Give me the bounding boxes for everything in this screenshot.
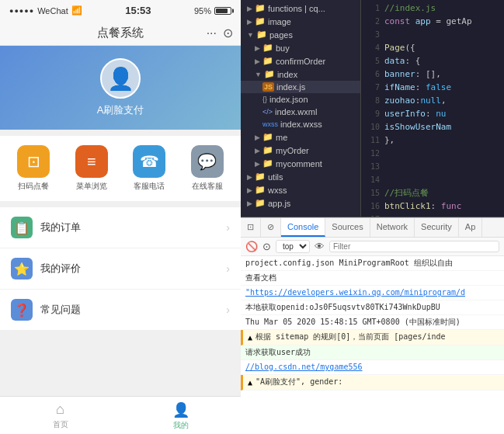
scan-icon[interactable]: ⊙ [223,26,233,40]
faq-label: 常见问题 [40,303,81,317]
code-text-9: userInfo: nu [384,107,446,120]
mobile-panel: ●●●●● WeChat 📶 15:53 95% 点餐系统 ··· ⊙ 👤 A刷… [0,0,241,434]
tree-label-14: utils [268,172,283,182]
tab-home[interactable]: ⌂ 首页 [0,401,120,431]
tree-item-indexwxml[interactable]: </> index.wxml [241,106,360,118]
more-icon[interactable]: ··· [207,26,217,40]
line-num-12: 12 [364,147,380,160]
tree-item-utils[interactable]: ▶ 📁 utils [241,170,360,183]
tab-network[interactable]: Network [370,218,415,237]
app-bar-icons: ··· ⊙ [207,26,233,40]
tree-label-9: index.wxml [275,107,317,116]
chevron-right-icon-3: › [226,304,230,316]
reviews-icon: ⭐ [11,258,33,279]
expand-arrow-icon-8: ▶ [247,173,252,181]
line-num-9: 9 [364,107,380,120]
code-text-5: data: { [384,54,420,68]
scan-label: 扫码点餐 [18,181,49,192]
clear-console-button[interactable]: 🚫 [245,241,258,252]
tree-item-indexjs[interactable]: JS index.js [241,81,360,93]
line-num-16: 16 [364,200,380,213]
tree-item-indexjson[interactable]: {} index.json [241,93,360,106]
code-line-16: 16 btnClick1: func [361,200,504,213]
code-text-15: //扫码点餐 [384,186,429,200]
my-reviews-menu-item[interactable]: ⭐ 我的评价 › [0,248,241,290]
app-bar: 点餐系统 ··· ⊙ [0,21,241,46]
tree-item-myorder[interactable]: ▶ 📁 myOrder [241,144,360,157]
line-num-11: 11 [364,134,380,147]
tab-ap[interactable]: Ap [459,218,482,237]
tree-label-15: wxss [268,186,287,195]
code-line-8: 8 zuohao:null, [361,94,504,107]
scan-qr-icon: ⊡ [17,145,50,178]
line-num-15: 15 [364,186,380,200]
tree-item-functions[interactable]: ▶ 📁 functions | cq... [241,2,360,15]
profile-section: 👤 A刷脸支付 [0,46,241,130]
battery-percent: 95% [194,6,211,16]
expand-arrow-icon-9: ▶ [247,186,252,194]
js-icon: JS [262,82,274,92]
line-num-2: 2 [364,15,380,28]
console-filter-input[interactable] [329,241,499,252]
expand-arrow-icon-3: ▶ [255,44,260,52]
log-link-1[interactable]: "https://developers.weixin.qq.com/minipr… [245,287,465,298]
grid-item-chat[interactable]: 💬 在线客服 [191,145,224,192]
collapse-arrow-icon: ▼ [247,31,254,39]
log-text-5: Thu Mar 05 2020 15:48:15 GMT+0800 (中国标准时… [245,317,461,328]
console-log-5: Thu Mar 05 2020 15:48:15 GMT+0800 (中国标准时… [241,315,504,330]
tree-item-pages[interactable]: ▼ 📁 pages [241,28,360,41]
tree-item-buy[interactable]: ▶ 📁 buy [241,41,360,54]
eye-icon[interactable]: 👁 [315,241,325,252]
console-settings-icon[interactable]: ⊙ [262,241,271,252]
code-line-10: 10 isShowUserNam [361,120,504,134]
log-link-2[interactable]: //blog.csdn.net/mygame556 [245,362,363,373]
tab-console-btn[interactable]: ⊡ [241,218,261,237]
expand-arrow-icon-7: ▶ [255,160,260,168]
tree-item-mycomment[interactable]: ▶ 📁 mycomment [241,157,360,170]
tab-console[interactable]: Console [281,218,325,237]
my-orders-menu-item[interactable]: 📋 我的订单 › [0,207,241,248]
chat-icon: 💬 [191,145,224,178]
tree-item-indexwxss[interactable]: wxss index.wxss [241,118,360,130]
line-num-1: 1 [364,2,380,15]
code-line-6: 6 banner: [], [361,68,504,81]
tree-item-appjs[interactable]: ▶ 📁 app.js [241,196,360,210]
console-tab-icon: ⊡ [247,222,254,231]
tree-label-5: confirmOrder [276,57,325,66]
code-line-2: 2 const app = getAp [361,15,504,28]
phone-icon: ☎ [133,145,165,178]
tab-sources[interactable]: Sources [325,218,370,237]
log-text-1: project.config.json MiniProgramRoot 组织以自… [245,258,453,269]
context-selector[interactable]: top [276,240,310,253]
faq-menu-item[interactable]: ❓ 常见问题 › [0,290,241,331]
console-log-4: 本地获取openid:oJs0F5uqsvtv80TKi743WnkDupBU [241,300,504,315]
wifi-icon: 📶 [71,5,82,16]
grid-item-phone[interactable]: ☎ 客服电话 [133,145,165,192]
reviews-label: 我的评价 [40,262,81,276]
code-text-1: //index.js [384,2,436,15]
tree-item-wxss[interactable]: ▶ 📁 wxss [241,183,360,196]
tab-security[interactable]: Security [415,218,459,237]
code-line-11: 11 }, [361,134,504,147]
code-line-12: 12 [361,147,504,160]
tree-item-index[interactable]: ▼ 📁 index [241,68,360,81]
tree-item-image[interactable]: ▶ 📁 image [241,15,360,28]
sources-tab-label: Sources [332,222,363,231]
tree-item-me[interactable]: ▶ 📁 me [241,130,360,144]
code-text-7: ifName: false [384,81,451,94]
security-tab-label: Security [421,222,452,231]
folder-icon-5: 📁 [262,56,273,66]
tree-item-confirm[interactable]: ▶ 📁 confirmOrder [241,54,360,68]
grid-item-menu[interactable]: ≡ 菜单浏览 [75,145,108,192]
tree-label-2: image [268,17,291,26]
ide-panel: ▶ 📁 functions | cq... ▶ 📁 image ▼ 📁 page… [241,0,504,434]
console-log-9: ▲ "A刷脸支付", gender: [241,375,504,391]
grid-item-scan[interactable]: ⊡ 扫码点餐 [17,145,50,192]
profile-name: A刷脸支付 [97,103,144,117]
log-text-6: 根据 sitemap 的规则[0]，当前页面 [pages/inde [255,332,446,342]
tab-profile[interactable]: 👤 我的 [120,401,241,431]
orders-label: 我的订单 [40,220,81,234]
expand-arrow-icon-2: ▶ [247,18,252,26]
tab-stop-btn[interactable]: ⊘ [261,218,281,237]
network-tab-label: Network [377,222,408,231]
